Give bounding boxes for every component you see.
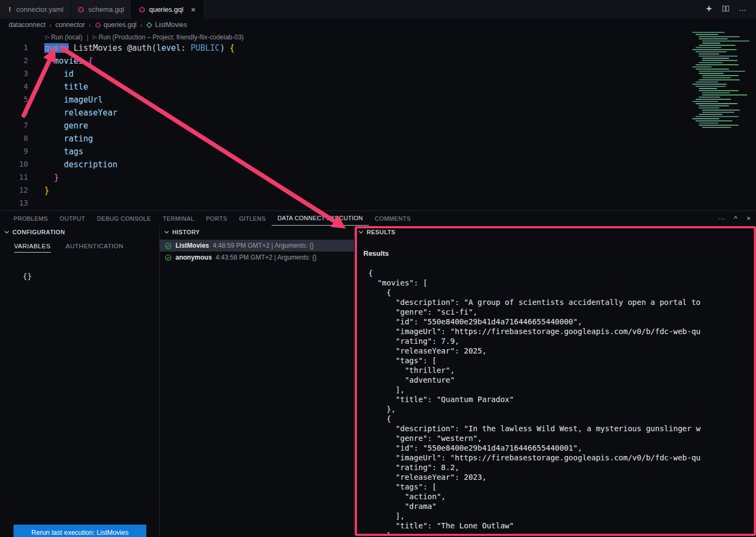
yaml-warning-icon: ! [7, 6, 12, 13]
json-line: ], [368, 512, 752, 521]
json-line: "imageUrl": "https://firebasestorage.goo… [368, 453, 752, 463]
results-section: RESULTS Results { "movies": [ { "descrip… [354, 226, 756, 537]
code-line[interactable]: title [44, 82, 756, 95]
json-line: { [368, 269, 752, 278]
history-entry-meta: 4:43:58 PM GMT+2 | Arguments: {} [215, 254, 316, 261]
breadcrumb-connector[interactable]: connector [55, 21, 85, 29]
json-line: "thriller", [368, 366, 752, 376]
panel-controls: ··· ^ × [718, 214, 751, 222]
codelens: ▷Run (local) | ▷Run (Production – Projec… [0, 31, 756, 43]
code-line[interactable]: releaseYear [44, 108, 756, 121]
chevron-down-icon [164, 230, 169, 234]
code-line[interactable]: query ListMovies @auth(level: PUBLIC) { [44, 43, 756, 56]
json-line: "genre": "sci-fi", [368, 308, 752, 317]
line-number: 2 [0, 56, 33, 69]
run-icon: ▷ [45, 34, 50, 40]
line-numbers: 12345678910111213 [0, 43, 33, 210]
code-line[interactable]: } [44, 173, 756, 186]
code-line[interactable]: } [44, 186, 756, 199]
panel-more-icon[interactable]: ··· [718, 214, 725, 222]
code-line[interactable]: description [44, 160, 756, 173]
history-entry-anonymous[interactable]: anonymous4:43:58 PM GMT+2 | Arguments: {… [160, 251, 354, 263]
breadcrumb-listmovies[interactable]: ListMovies [146, 21, 187, 29]
breadcrumb-separator: › [49, 21, 51, 29]
breadcrumb-separator: › [140, 21, 143, 29]
code-line[interactable]: genre [44, 121, 756, 134]
json-line: "tags": [ [368, 356, 752, 366]
variables-value[interactable]: {} [23, 272, 159, 281]
panel-tab-output[interactable]: OUTPUT [54, 211, 91, 226]
json-line: "title": "The Lone Outlaw" [368, 521, 752, 531]
history-entry-meta: 4:48:59 PM GMT+2 | Arguments: {} [213, 242, 314, 249]
breadcrumb-dataconnect[interactable]: dataconnect [9, 21, 45, 29]
panel-tab-ports[interactable]: PORTS [200, 211, 233, 226]
run-production-link[interactable]: ▷Run (Production – Project: friendly-fli… [93, 33, 244, 41]
rerun-button[interactable]: Rerun last execution: ListMovies [14, 525, 146, 537]
configuration-tabs: VARIABLES AUTHENTICATION [0, 243, 159, 253]
code-line[interactable]: id [44, 69, 756, 82]
panel-tab-comments[interactable]: COMMENTS [369, 211, 417, 226]
panel-tabs-list: PROBLEMSOUTPUTDEBUG CONSOLETERMINALPORTS… [8, 211, 417, 226]
chevron-down-icon [4, 230, 9, 234]
tab-queries-gql[interactable]: queries.gql × [132, 0, 203, 19]
breadcrumb-queries-gql[interactable]: queries.gql [95, 21, 137, 29]
panel-tab-gitlens[interactable]: GITLENS [233, 211, 272, 226]
panel-tab-terminal[interactable]: TERMINAL [157, 211, 200, 226]
panel-tab-problems[interactable]: PROBLEMS [8, 211, 54, 226]
run-local-link[interactable]: ▷Run (local) [45, 33, 83, 41]
panel-body: CONFIGURATION VARIABLES AUTHENTICATION {… [0, 226, 756, 537]
code-line[interactable] [44, 199, 756, 210]
json-line: "id": "550e8400e29b41d4a716446655440001"… [368, 444, 752, 453]
tab-connector-yaml[interactable]: ! connector.yaml [0, 0, 71, 19]
line-number: 12 [0, 186, 33, 199]
panel-tab-data-connect-execution[interactable]: DATA CONNECT EXECUTION [272, 211, 369, 226]
panel-tab-bar: PROBLEMSOUTPUTDEBUG CONSOLETERMINALPORTS… [0, 211, 756, 226]
json-line: }, [368, 531, 752, 534]
json-line: }, [368, 405, 752, 414]
run-icon: ▷ [93, 34, 97, 40]
tab-schema-gql[interactable]: schema.gql [71, 0, 131, 19]
check-icon [165, 254, 172, 261]
line-number: 4 [0, 82, 33, 95]
code-lines[interactable]: query ListMovies @auth(level: PUBLIC) { … [44, 43, 756, 210]
results-header[interactable]: RESULTS [354, 226, 756, 239]
graphql-icon [95, 22, 101, 28]
json-line: "description": "In the lawless Wild West… [368, 424, 752, 434]
close-tab-icon[interactable]: × [191, 5, 196, 13]
graphql-icon [139, 6, 145, 13]
json-line: ], [368, 385, 752, 395]
line-number: 3 [0, 69, 33, 82]
more-actions-icon[interactable]: ··· [739, 5, 746, 14]
minimap[interactable] [692, 32, 755, 129]
split-editor-icon[interactable] [722, 5, 730, 14]
query-symbol-icon [146, 22, 152, 28]
tab-authentication[interactable]: AUTHENTICATION [66, 243, 124, 253]
history-entry-listmovies[interactable]: ListMovies4:48:59 PM GMT+2 | Arguments: … [160, 240, 354, 251]
copilot-sparkle-icon[interactable] [705, 5, 713, 14]
json-line: "rating": 8.2, [368, 463, 752, 473]
tab-variables[interactable]: VARIABLES [14, 243, 51, 253]
code-area: 12345678910111213 query ListMovies @auth… [0, 43, 756, 210]
editor-tab-bar: ! connector.yaml schema.gql queries.gql … [0, 0, 756, 19]
configuration-section: CONFIGURATION VARIABLES AUTHENTICATION {… [0, 226, 160, 537]
json-line: "adventure" [368, 376, 752, 385]
line-number: 1 [0, 43, 33, 56]
history-header[interactable]: HISTORY [160, 226, 354, 239]
history-section: HISTORY ListMovies4:48:59 PM GMT+2 | Arg… [160, 226, 354, 537]
panel-maximize-icon[interactable]: ^ [734, 214, 737, 222]
panel-tab-debug-console[interactable]: DEBUG CONSOLE [91, 211, 157, 226]
json-line: "tags": [ [368, 482, 752, 492]
line-number: 5 [0, 95, 33, 108]
history-list: ListMovies4:48:59 PM GMT+2 | Arguments: … [160, 240, 354, 263]
configuration-header[interactable]: CONFIGURATION [0, 226, 159, 239]
tab-label: queries.gql [149, 5, 184, 13]
line-number: 9 [0, 147, 33, 160]
breadcrumb-separator: › [89, 21, 91, 29]
code-line[interactable]: imageUrl [44, 95, 756, 108]
json-line: "id": "550e8400e29b41d4a716446655440000"… [368, 317, 752, 327]
code-line[interactable]: rating [44, 134, 756, 147]
code-line[interactable]: movies { [44, 56, 756, 69]
panel-close-icon[interactable]: × [746, 214, 751, 222]
graphql-icon [78, 6, 84, 13]
code-line[interactable]: tags [44, 147, 756, 160]
